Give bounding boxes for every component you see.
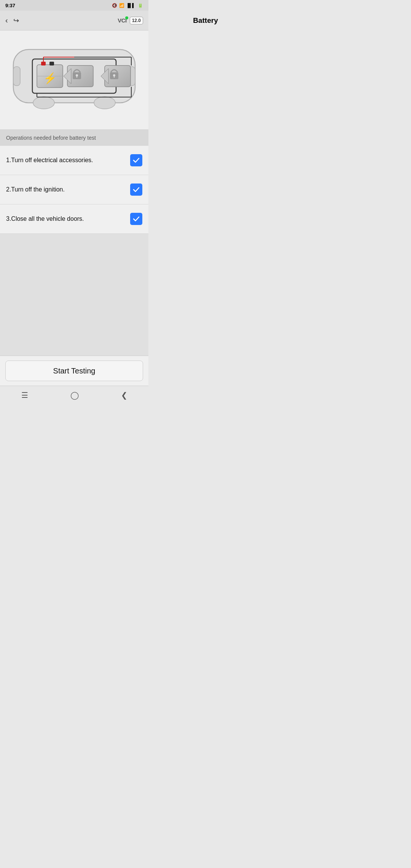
svg-rect-1 xyxy=(13,67,20,86)
mute-icon: 🔇 xyxy=(112,3,117,8)
nav-home-icon[interactable]: ◯ xyxy=(70,391,79,400)
vci-connected-dot xyxy=(125,16,128,19)
start-testing-button[interactable]: Start Testing xyxy=(5,361,143,381)
ecu-center xyxy=(64,65,93,87)
checklist-item-1-text: 1.Turn off electrical accessories. xyxy=(6,157,93,164)
instructions-header-text: Operations needed before battery test xyxy=(6,135,96,141)
nav-back-icon[interactable]: ❮ xyxy=(121,391,127,400)
ecu-right xyxy=(101,65,131,87)
nav-menu-icon[interactable]: ☰ xyxy=(21,391,28,400)
top-bar-left: ‹ ↪ xyxy=(5,16,19,25)
empty-space xyxy=(0,234,148,356)
top-bar-right: VCI 12.0 xyxy=(118,17,143,24)
wifi-icon: 📶 xyxy=(119,3,124,8)
battery-icon: 🔋 xyxy=(138,3,143,8)
svg-rect-17 xyxy=(76,76,77,78)
checkbox-3[interactable] xyxy=(130,213,142,225)
checkbox-2[interactable] xyxy=(130,183,142,196)
svg-text:⚡: ⚡ xyxy=(43,72,57,85)
forward-button[interactable]: ↪ xyxy=(13,16,19,25)
checklist-item-3-text: 3.Close all the vehicle doors. xyxy=(6,215,84,222)
back-button[interactable]: ‹ xyxy=(5,16,8,25)
status-time: 9:37 xyxy=(5,3,15,8)
top-bar: ‹ ↪ Battery VCI 12.0 xyxy=(0,11,148,30)
checklist-item-1[interactable]: 1.Turn off electrical accessories. xyxy=(0,146,148,175)
nav-bar: ☰ ◯ ❮ xyxy=(0,386,148,404)
vehicle-diagram: ⚡ xyxy=(0,30,148,130)
firmware-badge: 12.0 xyxy=(130,17,143,24)
checklist-item-2[interactable]: 2.Turn off the ignition. xyxy=(0,175,148,204)
battery-unit: ⚡ xyxy=(37,62,63,88)
start-btn-container: Start Testing xyxy=(0,356,148,386)
svg-rect-7 xyxy=(41,62,46,65)
car-illustration: ⚡ xyxy=(10,38,139,122)
checklist-item-2-text: 2.Turn off the ignition. xyxy=(6,186,65,193)
vci-badge: VCI xyxy=(118,17,127,24)
status-bar: 9:37 🔇 📶 ▐▌▌ 🔋 xyxy=(0,0,148,11)
svg-point-4 xyxy=(94,97,115,109)
signal-icon: ▐▌▌ xyxy=(126,3,135,8)
svg-point-3 xyxy=(33,97,54,109)
checklist-item-3[interactable]: 3.Close all the vehicle doors. xyxy=(0,204,148,234)
checklist: 1.Turn off electrical accessories. 2.Tur… xyxy=(0,146,148,234)
svg-rect-22 xyxy=(114,76,115,78)
svg-rect-8 xyxy=(49,62,54,65)
status-icons: 🔇 📶 ▐▌▌ 🔋 xyxy=(112,3,143,8)
instructions-header: Operations needed before battery test xyxy=(0,130,148,146)
checkbox-1[interactable] xyxy=(130,154,142,166)
